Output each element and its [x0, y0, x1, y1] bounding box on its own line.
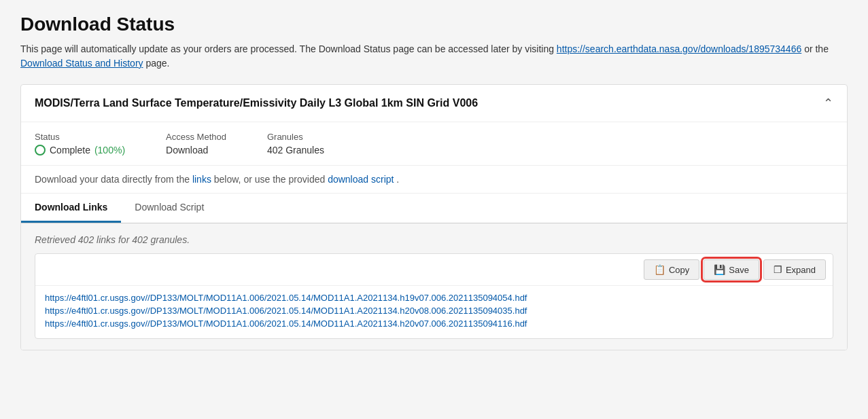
- info-text-pre: Download your data directly from the: [35, 174, 192, 185]
- info-text-post: .: [396, 174, 399, 185]
- info-text: Download your data directly from the lin…: [21, 166, 847, 194]
- expand-label: Expand: [786, 265, 816, 275]
- links-content: https://e4ftl01.cr.usgs.gov//DP133/MOLT/…: [35, 286, 833, 338]
- history-link[interactable]: Download Status and History: [20, 58, 143, 69]
- save-button[interactable]: 💾 Save: [704, 259, 759, 280]
- access-meta: Access Method Download: [166, 132, 226, 156]
- status-value: Complete (100%): [35, 145, 125, 156]
- status-percent: (100%): [94, 145, 125, 156]
- retrieved-text: Retrieved 402 links for 402 granules.: [35, 234, 833, 245]
- links-box: 📋 Copy 💾 Save ❐ Expand https://e4ftl01.c…: [35, 253, 833, 339]
- expand-icon: ❐: [774, 264, 782, 275]
- order-card: MODIS/Terra Land Surface Temperature/Emi…: [20, 84, 848, 350]
- access-value: Download: [166, 145, 226, 156]
- earthdata-link[interactable]: https://search.earthdata.nasa.gov/downlo…: [557, 43, 801, 54]
- content-area: Retrieved 402 links for 402 granules. 📋 …: [21, 223, 847, 350]
- description-text-2: or the: [804, 43, 829, 54]
- card-meta: Status Complete (100%) Access Method Dow…: [21, 122, 847, 166]
- description-text-3: page.: [145, 58, 169, 69]
- save-icon: 💾: [714, 264, 725, 275]
- tab-download-script[interactable]: Download Script: [121, 194, 218, 223]
- card-title: MODIS/Terra Land Surface Temperature/Emi…: [35, 97, 478, 109]
- collapse-icon[interactable]: ⌃: [823, 96, 833, 111]
- script-link[interactable]: download script: [328, 174, 394, 185]
- info-text-mid: below, or use the provided: [214, 174, 328, 185]
- copy-button[interactable]: 📋 Copy: [644, 259, 699, 280]
- copy-label: Copy: [669, 265, 689, 275]
- tab-download-links[interactable]: Download Links: [21, 194, 121, 223]
- status-circle-icon: [35, 145, 46, 156]
- access-label: Access Method: [166, 132, 226, 142]
- status-complete-text: Complete: [50, 145, 90, 156]
- granules-meta: Granules 402 Granules: [267, 132, 324, 156]
- card-header: MODIS/Terra Land Surface Temperature/Emi…: [21, 85, 847, 122]
- status-meta: Status Complete (100%): [35, 132, 125, 156]
- links-toolbar: 📋 Copy 💾 Save ❐ Expand: [35, 254, 833, 286]
- tabs-bar: Download Links Download Script: [21, 194, 847, 223]
- list-item[interactable]: https://e4ftl01.cr.usgs.gov//DP133/MOLT/…: [45, 293, 823, 303]
- granules-label: Granules: [267, 132, 324, 142]
- save-label: Save: [729, 265, 749, 275]
- list-item[interactable]: https://e4ftl01.cr.usgs.gov//DP133/MOLT/…: [45, 306, 823, 316]
- list-item[interactable]: https://e4ftl01.cr.usgs.gov//DP133/MOLT/…: [45, 318, 823, 329]
- links-link[interactable]: links: [192, 174, 211, 185]
- granules-value: 402 Granules: [267, 145, 324, 156]
- description-text: This page will automatically update as y…: [20, 42, 848, 71]
- description-text-1: This page will automatically update as y…: [20, 43, 554, 54]
- copy-icon: 📋: [654, 264, 665, 275]
- status-label: Status: [35, 132, 125, 142]
- expand-button[interactable]: ❐ Expand: [763, 259, 826, 280]
- page-title: Download Status: [20, 14, 848, 35]
